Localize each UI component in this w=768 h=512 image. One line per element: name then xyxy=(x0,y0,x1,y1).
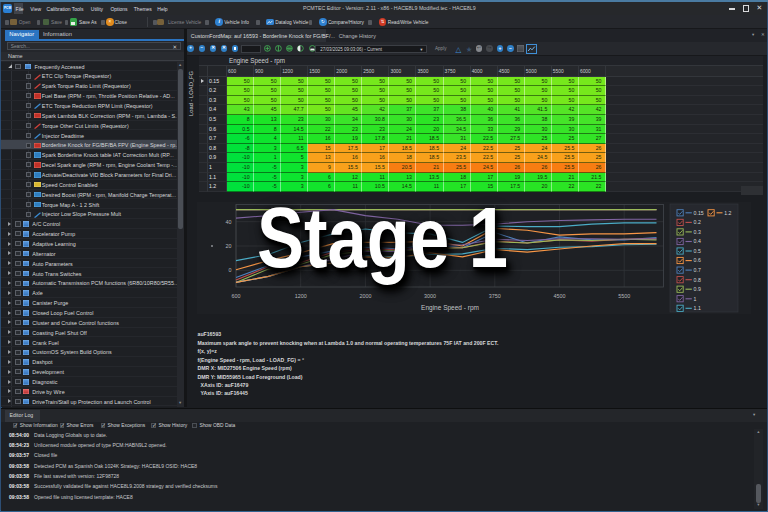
svg-text:0.6: 0.6 xyxy=(694,257,701,263)
svg-text:40: 40 xyxy=(226,219,232,225)
svg-text:1200: 1200 xyxy=(295,293,307,299)
svg-text:1.2: 1.2 xyxy=(724,210,731,216)
svg-text:0.9: 0.9 xyxy=(694,286,701,292)
svg-text:0.5: 0.5 xyxy=(694,248,701,254)
svg-text:3000: 3000 xyxy=(424,293,436,299)
svg-text:2000: 2000 xyxy=(359,293,371,299)
svg-text:20: 20 xyxy=(226,243,232,249)
svg-text:5500: 5500 xyxy=(618,293,630,299)
svg-text:4500: 4500 xyxy=(554,293,566,299)
svg-text:0.3: 0.3 xyxy=(694,229,701,235)
svg-text:1.1: 1.1 xyxy=(694,305,701,311)
svg-text:0: 0 xyxy=(229,267,232,273)
svg-text:Engine Speed - rpm: Engine Speed - rpm xyxy=(421,304,479,312)
svg-text:0.4: 0.4 xyxy=(694,238,701,244)
svg-text:600: 600 xyxy=(232,293,241,299)
svg-text:0.8: 0.8 xyxy=(694,277,701,283)
svg-text:3750: 3750 xyxy=(489,293,501,299)
svg-text:0.15: 0.15 xyxy=(694,210,704,216)
svg-text:0.2: 0.2 xyxy=(694,219,701,225)
svg-text:0.7: 0.7 xyxy=(694,267,701,273)
svg-text:1: 1 xyxy=(694,296,697,302)
